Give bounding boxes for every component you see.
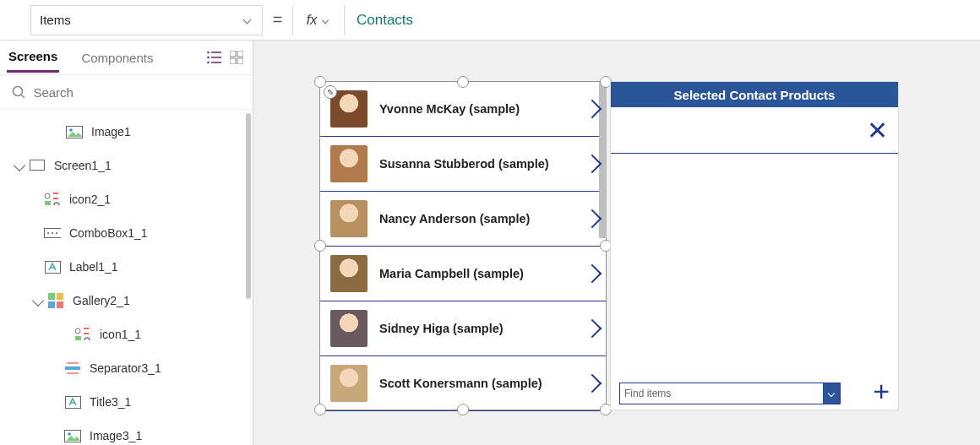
gallery-scrollbar[interactable]	[599, 82, 607, 238]
tree-node-gallery2[interactable]: Gallery2_1	[0, 284, 253, 317]
card-title: Selected Contact Products	[611, 82, 898, 107]
chevron-down-icon	[243, 16, 252, 24]
gallery-row[interactable]: Nancy Anderson (sample)	[320, 192, 606, 247]
avatar	[330, 255, 368, 292]
resize-handle[interactable]	[457, 76, 469, 88]
tab-components[interactable]: Components	[79, 44, 155, 72]
chevron-down-icon	[828, 390, 835, 397]
search-icon	[12, 85, 24, 100]
svg-rect-21	[57, 301, 63, 308]
tree-label: Image3_1	[90, 429, 142, 442]
tab-screens[interactable]: Screens	[7, 42, 59, 73]
contact-name: Scott Konersmann (sample)	[368, 377, 585, 390]
gallery-row[interactable]: Sidney Higa (sample)	[320, 301, 606, 356]
gallery-row[interactable]: Susanna Stubberod (sample)	[320, 137, 606, 192]
tree-label: icon2_1	[69, 193, 111, 206]
screen-icon	[29, 159, 46, 172]
svg-point-26	[68, 432, 71, 436]
grid-icon[interactable]	[227, 48, 246, 67]
svg-rect-4	[237, 51, 243, 57]
resize-handle[interactable]	[457, 404, 469, 415]
tree-label: Screen1_1	[54, 159, 112, 172]
tree-node-image3[interactable]: Image3_1	[0, 419, 253, 445]
search-input[interactable]	[33, 85, 241, 100]
image-icon	[64, 429, 81, 442]
svg-rect-20	[48, 301, 55, 308]
contact-name: Sidney Higa (sample)	[368, 322, 585, 335]
resize-handle[interactable]	[314, 76, 326, 88]
chevron-right-icon[interactable]	[583, 319, 602, 339]
gallery-row[interactable]: Maria Campbell (sample)	[320, 247, 606, 301]
tree-node-separator3[interactable]: Separator3_1	[0, 351, 253, 385]
dropdown-button[interactable]	[823, 383, 840, 404]
tree-scrollbar[interactable]	[246, 113, 251, 299]
add-button[interactable]: +	[873, 375, 890, 408]
tree-node-title3[interactable]: Title3_1	[0, 385, 253, 419]
svg-line-8	[21, 95, 24, 99]
gallery-row[interactable]: Yvonne McKay (sample)	[320, 82, 606, 137]
svg-point-2	[207, 62, 210, 63]
icons-icon	[44, 193, 61, 206]
property-label: Items	[40, 13, 71, 27]
property-selector[interactable]: Items	[30, 5, 263, 35]
tree-node-screen1[interactable]: Screen1_1	[0, 149, 253, 182]
tree-node-combobox1[interactable]: ComboBox1_1	[0, 216, 253, 250]
svg-point-22	[75, 328, 80, 334]
label-icon	[64, 395, 81, 409]
find-items-combo[interactable]: Find items	[619, 383, 841, 404]
tree-label: Gallery2_1	[73, 294, 130, 307]
formula-value[interactable]: Contacts	[345, 12, 413, 29]
details-card: Selected Contact Products ✕ Find items +	[610, 81, 899, 410]
avatar	[330, 200, 368, 237]
gallery-selection[interactable]: ✎ Yvonne McKay (sample)Susanna Stubberod…	[319, 81, 607, 410]
avatar	[330, 145, 368, 182]
svg-rect-19	[57, 293, 63, 300]
fx-button[interactable]: fx	[292, 5, 345, 35]
tree-label: Image1	[91, 125, 131, 138]
close-icon[interactable]: ✕	[867, 116, 888, 145]
label-icon	[44, 260, 61, 274]
svg-point-14	[47, 232, 49, 234]
contact-name: Susanna Stubberod (sample)	[368, 157, 585, 171]
tree-label: icon1_1	[100, 328, 141, 341]
tree-node-icon2[interactable]: icon2_1	[0, 182, 253, 216]
svg-rect-23	[65, 366, 80, 370]
contact-name: Yvonne McKay (sample)	[368, 102, 585, 116]
fx-icon: fx	[306, 12, 317, 29]
find-items-placeholder: Find items	[624, 388, 671, 399]
chevron-down-icon	[321, 16, 328, 23]
svg-point-10	[69, 128, 73, 132]
svg-point-7	[14, 86, 23, 95]
svg-rect-18	[48, 293, 55, 300]
resize-handle[interactable]	[314, 404, 326, 415]
avatar	[330, 310, 368, 347]
image-icon	[66, 125, 83, 138]
svg-point-0	[207, 52, 210, 53]
svg-point-15	[52, 232, 53, 234]
svg-rect-6	[237, 58, 243, 64]
avatar	[330, 90, 368, 128]
equals-sign: =	[263, 10, 292, 30]
chevron-right-icon[interactable]	[583, 374, 602, 393]
chevron-right-icon[interactable]	[583, 264, 602, 284]
tree-label: Label1_1	[69, 260, 118, 274]
svg-rect-5	[230, 58, 236, 64]
separator-icon	[64, 361, 81, 375]
chevron-down-icon	[14, 160, 25, 171]
tree-node-image1[interactable]: Image1	[0, 115, 253, 149]
contact-name: Maria Campbell (sample)	[368, 267, 585, 280]
tree-node-label1[interactable]: Label1_1	[0, 250, 253, 284]
icons-icon	[74, 328, 91, 341]
gallery-icon	[47, 294, 64, 307]
svg-point-16	[56, 232, 57, 234]
resize-handle[interactable]	[314, 240, 326, 252]
tree-label: ComboBox1_1	[69, 226, 148, 240]
tree-node-icon1[interactable]: icon1_1	[0, 317, 253, 351]
combobox-icon	[44, 226, 61, 240]
chevron-down-icon	[32, 295, 44, 307]
edit-pencil-icon[interactable]: ✎	[324, 85, 337, 99]
svg-point-1	[207, 57, 210, 59]
tree-label: Separator3_1	[90, 361, 161, 375]
list-icon[interactable]	[205, 48, 224, 67]
tree-label: Title3_1	[90, 395, 131, 409]
